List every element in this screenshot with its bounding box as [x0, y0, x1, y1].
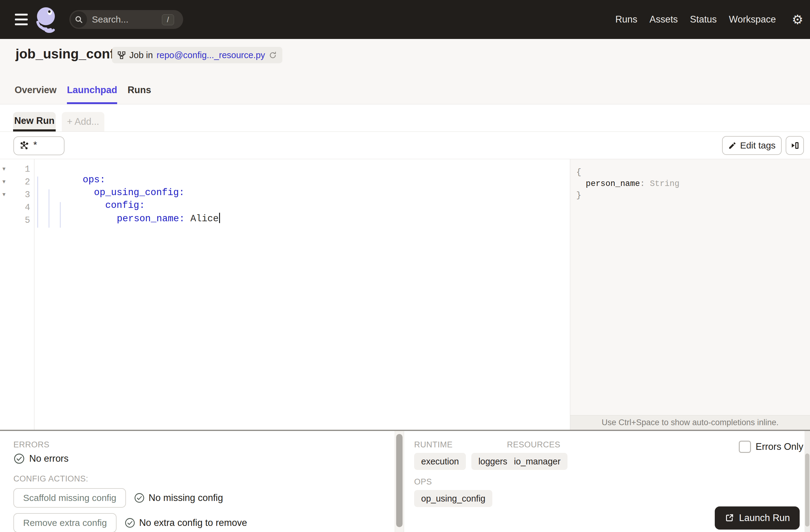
job-origin-badge: Job in repo@config..._resource.py: [112, 47, 282, 63]
line-number: 4: [25, 203, 30, 213]
autocomplete-hint-bar: Use Ctrl+Space to show auto-completions …: [570, 415, 810, 430]
ops-label: OPS: [414, 477, 432, 487]
remove-extra-action-row: Remove extra config No extra config to r…: [13, 513, 247, 532]
edit-tags-button[interactable]: Edit tags: [722, 136, 782, 155]
nav-link-status[interactable]: Status: [690, 14, 717, 25]
gutter-line: 4: [0, 202, 34, 215]
config-workspace: ▾ 1 ▾ 2 ▾ 3 4 5 ops: op_using_con: [0, 159, 810, 430]
errors-panel: ERRORS No errors CONFIG ACTIONS: Scaffol…: [0, 431, 395, 532]
runtime-tags: execution loggers: [414, 453, 514, 470]
gutter-line: 5: [0, 215, 34, 228]
search-icon: [70, 11, 87, 28]
fold-icon[interactable]: ▾: [2, 178, 5, 184]
check-circle-icon: [125, 517, 135, 528]
gutter-line: ▾ 3: [0, 189, 34, 202]
op-selector-value: *: [32, 140, 38, 151]
edit-tags-label: Edit tags: [740, 140, 776, 151]
line-number: 5: [25, 215, 30, 226]
launchpad-toolbar: * Edit tags: [0, 132, 810, 159]
indent-guide: [60, 202, 61, 228]
tab-runs[interactable]: Runs: [128, 85, 151, 104]
remove-extra-status: No extra config to remove: [125, 517, 247, 528]
tag-io-manager[interactable]: io_manager: [507, 453, 567, 470]
scrollbar-thumb[interactable]: [396, 434, 403, 527]
remove-extra-status-text: No extra config to remove: [139, 517, 247, 528]
session-tab-add[interactable]: + Add...: [62, 112, 104, 131]
op-selector-icon: [19, 141, 29, 151]
bottom-panel: ERRORS No errors CONFIG ACTIONS: Scaffol…: [0, 431, 810, 532]
yaml-config-editor[interactable]: ops: op_using_config: config: person_nam…: [35, 159, 570, 430]
remove-extra-config-button[interactable]: Remove extra config: [13, 513, 116, 532]
page-title: job_using_config: [16, 46, 126, 62]
scaffold-status: No missing config: [134, 493, 223, 503]
search-placeholder: Search...: [92, 14, 128, 25]
gutter-line: ▾ 1: [0, 164, 34, 177]
bottom-panel-scrollbar[interactable]: [395, 431, 404, 532]
tab-overview[interactable]: Overview: [15, 85, 56, 104]
indent-guide: [49, 189, 49, 228]
launch-run-button[interactable]: Launch Run: [715, 506, 800, 530]
fold-icon[interactable]: ▾: [2, 165, 5, 172]
toggle-right-panel-button[interactable]: [785, 136, 804, 155]
check-circle-icon: [13, 453, 25, 464]
schema-close-brace: }: [576, 190, 810, 201]
search-input[interactable]: Search... /: [69, 10, 183, 29]
menu-icon[interactable]: [15, 14, 28, 25]
text-cursor: [219, 213, 220, 223]
tag-op-using-config[interactable]: op_using_config: [414, 490, 492, 507]
resources-label: RESOURCES: [507, 440, 561, 450]
fold-icon[interactable]: ▾: [2, 191, 5, 197]
gutter-line: ▾ 2: [0, 177, 34, 189]
job-tabs: Overview Launchpad Runs: [15, 85, 151, 104]
errors-only-control: Errors Only: [739, 441, 803, 453]
settings-gear-icon[interactable]: ⚙: [792, 0, 803, 39]
code-line: op_using_config:: [35, 177, 570, 189]
launch-run-label: Launch Run: [739, 513, 790, 523]
pencil-icon: [728, 142, 736, 150]
errors-section-label: ERRORS: [13, 440, 50, 450]
launchpad-session-tabs: New Run + Add...: [0, 104, 810, 132]
config-schema-panel: { person_name: String } Use Ctrl+Space t…: [570, 159, 810, 430]
scrollbar-thumb[interactable]: [805, 453, 809, 527]
search-shortcut-key: /: [162, 14, 174, 25]
tab-launchpad[interactable]: Launchpad: [67, 85, 117, 104]
nav-link-assets[interactable]: Assets: [650, 14, 678, 25]
job-badge-prefix: Job in: [129, 50, 153, 60]
errors-only-checkbox[interactable]: [739, 441, 751, 453]
scaffold-status-text: No missing config: [148, 493, 223, 503]
op-selector-input[interactable]: *: [13, 136, 65, 155]
dagster-launchpad-page: Search... / Runs Assets Status Workspace…: [0, 0, 810, 532]
nav-link-runs[interactable]: Runs: [615, 14, 637, 25]
page-header: job_using_config Job in repo@config..._r…: [0, 39, 810, 104]
session-tab-new-run[interactable]: New Run: [13, 112, 56, 131]
indent-guide: [37, 177, 38, 228]
editor-gutter: ▾ 1 ▾ 2 ▾ 3 4 5: [0, 159, 34, 430]
line-number: 2: [25, 177, 30, 187]
line-number: 1: [25, 164, 30, 174]
nav-link-workspace[interactable]: Workspace: [729, 14, 776, 25]
no-errors-text: No errors: [29, 453, 68, 464]
scaffold-action-row: Scaffold missing config No missing confi…: [13, 488, 223, 507]
line-number: 3: [25, 190, 30, 200]
errors-only-label: Errors Only: [756, 441, 803, 452]
schema-entry: person_name: String: [576, 178, 810, 190]
autocomplete-hint: Use Ctrl+Space to show auto-completions …: [602, 418, 779, 427]
nav-links: Runs Assets Status Workspace: [615, 0, 776, 39]
reload-icon[interactable]: [269, 51, 277, 59]
expand-panel-icon: [790, 141, 799, 150]
dagster-logo-icon[interactable]: [35, 7, 59, 33]
schema-open-brace: {: [576, 166, 810, 178]
launch-icon: [725, 513, 734, 523]
schema-code: { person_name: String }: [570, 159, 810, 201]
job-graph-icon: [117, 51, 126, 59]
scaffold-missing-config-button[interactable]: Scaffold missing config: [13, 488, 126, 507]
tag-execution[interactable]: execution: [414, 453, 466, 470]
check-circle-icon: [134, 493, 145, 503]
resources-tags: io_manager: [507, 453, 567, 470]
repo-file-link[interactable]: repo@config..._resource.py: [157, 50, 265, 60]
window-scrollbar[interactable]: [805, 431, 810, 532]
runtime-label: RUNTIME: [414, 440, 453, 450]
config-actions-label: CONFIG ACTIONS:: [13, 474, 88, 484]
code-line: ops:: [35, 164, 570, 177]
run-metadata-panel: RUNTIME execution loggers RESOURCES io_m…: [404, 431, 810, 532]
